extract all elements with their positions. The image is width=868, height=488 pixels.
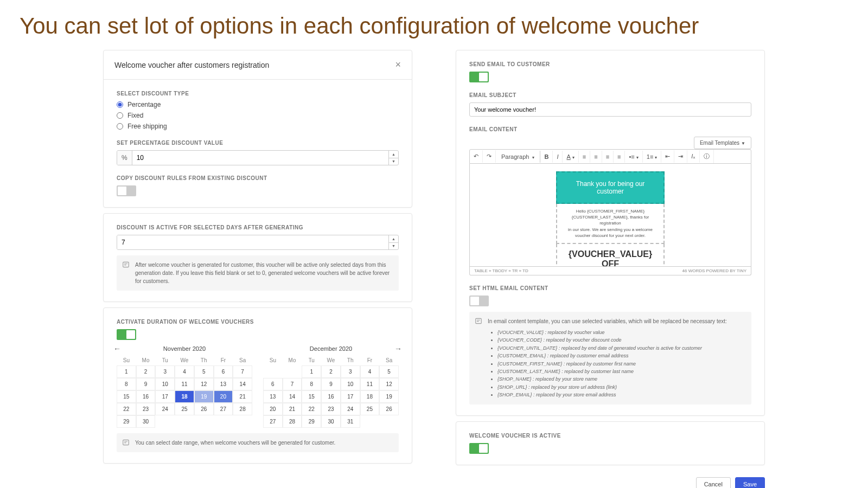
cal-day[interactable]: 14 [283, 390, 302, 403]
voucher-active-toggle[interactable] [469, 443, 489, 454]
cal-day[interactable]: 6 [263, 378, 283, 390]
paragraph-select[interactable]: Paragraph ▾ [496, 151, 540, 163]
cal-day[interactable]: 18 [175, 390, 194, 403]
cal-day[interactable]: 14 [233, 378, 252, 390]
cal-day[interactable]: 21 [233, 390, 252, 403]
cal-day[interactable]: 16 [136, 390, 156, 403]
cal-day[interactable]: 29 [117, 415, 136, 428]
cal-day[interactable]: 17 [155, 390, 175, 403]
cal-day[interactable]: 27 [214, 403, 233, 415]
copy-rules-toggle[interactable] [117, 185, 136, 196]
cal-day[interactable]: 9 [136, 378, 156, 390]
cal-day[interactable]: 11 [175, 378, 194, 390]
email-templates-button[interactable]: Email Templates▼ [694, 137, 751, 149]
number-list-icon[interactable]: 1≡▾ [643, 151, 662, 163]
activate-toggle[interactable] [117, 329, 136, 340]
cal-day[interactable]: 4 [175, 365, 194, 378]
cal-day[interactable]: 19 [194, 390, 214, 403]
cal-day[interactable]: 5 [379, 365, 399, 378]
cal-day[interactable]: 2 [321, 365, 341, 378]
cal-day[interactable]: 25 [175, 403, 194, 415]
cal-day[interactable]: 7 [283, 378, 302, 390]
cal-day[interactable]: 29 [302, 415, 321, 428]
cal-day[interactable]: 24 [155, 403, 175, 415]
undo-icon[interactable]: ↶ [470, 150, 483, 163]
align-left-icon[interactable]: ≡ [579, 151, 590, 163]
cal-day[interactable]: 15 [117, 390, 136, 403]
cal-next-icon[interactable]: → [394, 344, 402, 353]
cal-day[interactable]: 4 [360, 365, 380, 378]
color-icon[interactable]: A▾ [563, 151, 578, 163]
cal-day[interactable]: 30 [321, 415, 341, 428]
cal-day[interactable]: 28 [233, 403, 252, 415]
outdent-icon[interactable]: ⇤ [661, 150, 674, 163]
cal-day[interactable]: 2 [136, 365, 156, 378]
cal-day[interactable]: 25 [360, 403, 380, 415]
spinner-up-icon[interactable]: ▲ [389, 151, 398, 158]
cal-prev-icon[interactable]: ← [113, 344, 121, 353]
cal-day[interactable]: 11 [360, 378, 380, 390]
cal-day[interactable]: 18 [360, 390, 380, 403]
close-icon[interactable]: × [395, 59, 401, 70]
radio-free-shipping[interactable]: Free shipping [117, 123, 399, 130]
cal-day[interactable]: 19 [379, 390, 399, 403]
cal-day[interactable]: 16 [321, 390, 341, 403]
cal-day[interactable]: 1 [302, 365, 321, 378]
cal-day[interactable]: 24 [341, 403, 360, 415]
cal-day[interactable]: 10 [341, 378, 360, 390]
active-days-input[interactable] [117, 235, 388, 249]
help-icon[interactable]: ⓘ [700, 150, 714, 163]
cal-day[interactable]: 31 [341, 415, 360, 428]
subject-input[interactable] [469, 102, 751, 117]
cal-day[interactable]: 8 [302, 378, 321, 390]
cal-day[interactable]: 10 [155, 378, 175, 390]
cal-day[interactable]: 6 [214, 365, 233, 378]
cancel-button[interactable]: Cancel [696, 477, 731, 488]
spinner[interactable]: ▲▼ [388, 151, 398, 165]
cal-day[interactable]: 27 [263, 415, 283, 428]
clear-format-icon[interactable]: Iₓ [687, 150, 700, 163]
spinner-down-icon[interactable]: ▼ [389, 243, 398, 250]
align-right-icon[interactable]: ≡ [602, 151, 614, 163]
cal-day[interactable]: 13 [263, 390, 283, 403]
cal-day[interactable]: 5 [194, 365, 214, 378]
discount-value-input[interactable] [132, 151, 388, 165]
italic-icon[interactable]: I [553, 151, 563, 163]
spinner[interactable]: ▲▼ [388, 235, 398, 249]
send-email-toggle[interactable] [469, 72, 489, 82]
cal-day[interactable]: 23 [321, 403, 341, 415]
cal-day[interactable]: 17 [341, 390, 360, 403]
spinner-up-icon[interactable]: ▲ [389, 235, 398, 243]
cal-day[interactable]: 26 [379, 403, 399, 415]
cal-day[interactable]: 23 [136, 403, 156, 415]
cal-day[interactable]: 20 [263, 403, 283, 415]
cal-day[interactable]: 8 [117, 378, 136, 390]
save-button[interactable]: Save [735, 477, 765, 488]
radio-percentage[interactable]: Percentage [117, 101, 399, 108]
cal-day[interactable]: 3 [155, 365, 175, 378]
bullet-list-icon[interactable]: •≡▾ [625, 151, 642, 163]
cal-day[interactable]: 21 [283, 403, 302, 415]
cal-day[interactable]: 7 [233, 365, 252, 378]
indent-icon[interactable]: ⇥ [674, 150, 687, 163]
align-justify-icon[interactable]: ≡ [614, 151, 625, 163]
cal-day[interactable]: 3 [341, 365, 360, 378]
cal-day[interactable]: 30 [136, 415, 156, 428]
cal-day[interactable]: 1 [117, 365, 136, 378]
radio-fixed[interactable]: Fixed [117, 112, 399, 119]
cal-day[interactable]: 20 [214, 390, 233, 403]
cal-day[interactable]: 15 [302, 390, 321, 403]
cal-day[interactable]: 22 [302, 403, 321, 415]
html-content-toggle[interactable] [469, 296, 489, 306]
align-center-icon[interactable]: ≡ [590, 151, 602, 163]
spinner-down-icon[interactable]: ▼ [389, 158, 398, 165]
redo-icon[interactable]: ↷ [483, 150, 496, 163]
cal-day[interactable]: 12 [194, 378, 214, 390]
editor-body[interactable]: Thank you for being our customer Hello {… [469, 164, 751, 267]
cal-day[interactable]: 9 [321, 378, 341, 390]
bold-icon[interactable]: B [540, 151, 553, 163]
cal-day[interactable]: 22 [117, 403, 136, 415]
cal-day[interactable]: 12 [379, 378, 399, 390]
cal-day[interactable]: 28 [283, 415, 302, 428]
cal-day[interactable]: 26 [194, 403, 214, 415]
